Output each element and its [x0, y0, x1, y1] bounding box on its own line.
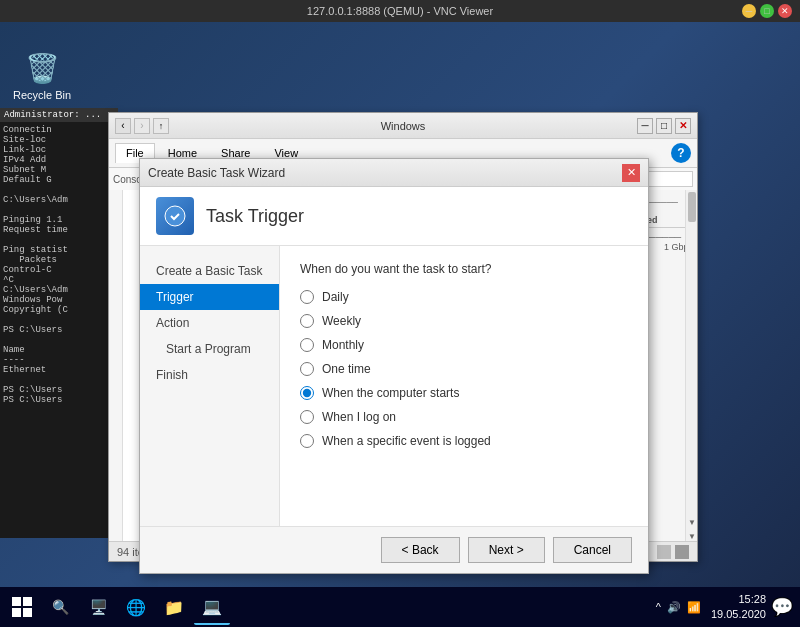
radio-option-startup[interactable]: When the computer starts — [300, 386, 628, 400]
fe-scrollbar-thumb — [688, 192, 696, 222]
radio-option-logon[interactable]: When I log on — [300, 410, 628, 424]
svg-point-0 — [165, 206, 185, 226]
dialog-title: Create Basic Task Wizard — [148, 166, 285, 180]
vnc-titlebar: 127.0.0.1:8888 (QEMU) - VNC Viewer ─ □ ✕ — [0, 0, 800, 22]
tray-volume-icon: 📶 — [687, 601, 701, 614]
tray-network-icon: 🔊 — [667, 601, 681, 614]
terminal-title: Administrator: ... — [4, 110, 101, 120]
vnc-minimize-button[interactable]: ─ — [742, 4, 756, 18]
radio-option-event[interactable]: When a specific event is logged — [300, 434, 628, 448]
dialog-body: Create a Basic Task Trigger Action Start… — [140, 246, 648, 526]
terminal-content: Connectin Site-loc Link-loc IPv4 Add Sub… — [0, 122, 118, 408]
fe-forward-button[interactable]: › — [134, 118, 150, 134]
vnc-window-controls: ─ □ ✕ — [742, 4, 792, 18]
windows-logo — [12, 597, 32, 617]
radio-startup-label: When the computer starts — [322, 386, 459, 400]
taskbar-task-view-button[interactable]: 🖥️ — [80, 589, 116, 625]
fe-maximize-button[interactable]: □ — [656, 118, 672, 134]
radio-monthly-label: Monthly — [322, 338, 364, 352]
dialog-close-button[interactable]: ✕ — [622, 164, 640, 182]
fe-view-details-button[interactable] — [675, 545, 689, 559]
taskbar-explorer-button[interactable]: 📁 — [156, 589, 192, 625]
fe-nav-buttons: ‹ › ↑ — [115, 118, 169, 134]
tray-caret[interactable]: ^ — [656, 601, 661, 613]
taskbar-terminal-button[interactable]: 💻 — [194, 589, 230, 625]
radio-weekly-label: Weekly — [322, 314, 361, 328]
taskbar-browser-button[interactable]: 🌐 — [118, 589, 154, 625]
task-trigger-dialog: Create Basic Task Wizard ✕ Task Trigger — [139, 158, 649, 574]
taskbar: 🔍 🖥️ 🌐 📁 💻 ^ 🔊 📶 15:28 19.05.2020 💬 — [0, 587, 800, 627]
radio-option-monthly[interactable]: Monthly — [300, 338, 628, 352]
dialog-steps: Create a Basic Task Trigger Action Start… — [140, 246, 280, 526]
dialog-cancel-button[interactable]: Cancel — [553, 537, 632, 563]
fe-help-button[interactable]: ? — [671, 143, 691, 163]
recycle-bin-label: Recycle Bin — [13, 89, 71, 101]
radio-onetime[interactable] — [300, 362, 314, 376]
terminal-window: Administrator: ... Connectin Site-loc Li… — [0, 108, 118, 538]
dialog-step-start-program[interactable]: Start a Program — [140, 336, 279, 362]
fe-up-button[interactable]: ↑ — [153, 118, 169, 134]
fe-back-button[interactable]: ‹ — [115, 118, 131, 134]
radio-option-weekly[interactable]: Weekly — [300, 314, 628, 328]
radio-event[interactable] — [300, 434, 314, 448]
dialog-step-create[interactable]: Create a Basic Task — [140, 258, 279, 284]
fe-window-controls: ─ □ ✕ — [637, 118, 691, 134]
dialog-header-icon — [156, 197, 194, 235]
radio-logon-label: When I log on — [322, 410, 396, 424]
dialog-titlebar: Create Basic Task Wizard ✕ — [140, 159, 648, 187]
dialog-footer: < Back Next > Cancel — [140, 526, 648, 573]
vnc-title: 127.0.0.1:8888 (QEMU) - VNC Viewer — [307, 5, 493, 17]
dialog-question: When do you want the task to start? — [300, 262, 628, 276]
dialog-step-finish[interactable]: Finish — [140, 362, 279, 388]
fe-sidebar — [109, 190, 123, 541]
task-icon — [163, 204, 187, 228]
file-explorer-window: ‹ › ↑ Windows ─ □ ✕ File Home Share View — [108, 112, 698, 562]
radio-option-onetime[interactable]: One time — [300, 362, 628, 376]
file-explorer-titlebar: ‹ › ↑ Windows ─ □ ✕ — [109, 113, 697, 139]
clock-time: 15:28 — [711, 592, 766, 607]
terminal-titlebar: Administrator: ... — [0, 108, 118, 122]
fe-close-button[interactable]: ✕ — [675, 118, 691, 134]
start-button[interactable] — [4, 589, 40, 625]
recycle-bin-image: 🗑️ — [25, 52, 60, 85]
dialog-next-button[interactable]: Next > — [468, 537, 545, 563]
radio-logon[interactable] — [300, 410, 314, 424]
fe-scroll-end[interactable]: ▼ — [688, 532, 696, 541]
dialog-content: When do you want the task to start? Dail… — [280, 246, 648, 526]
radio-daily-label: Daily — [322, 290, 349, 304]
system-tray: ^ 🔊 📶 — [648, 601, 709, 614]
clock-date: 19.05.2020 — [711, 607, 766, 622]
radio-daily[interactable] — [300, 290, 314, 304]
dialog-header: Task Trigger — [140, 187, 648, 246]
fe-scroll-down[interactable]: ▼ — [688, 518, 696, 527]
radio-monthly[interactable] — [300, 338, 314, 352]
vnc-maximize-button[interactable]: □ — [760, 4, 774, 18]
recycle-bin-icon[interactable]: 🗑️ Recycle Bin — [12, 52, 72, 101]
taskbar-notification-button[interactable]: 💬 — [768, 589, 796, 625]
radio-event-label: When a specific event is logged — [322, 434, 491, 448]
file-explorer-title: Windows — [173, 120, 633, 132]
fe-view-list-button[interactable] — [657, 545, 671, 559]
radio-option-daily[interactable]: Daily — [300, 290, 628, 304]
fe-minimize-button[interactable]: ─ — [637, 118, 653, 134]
vnc-close-button[interactable]: ✕ — [778, 4, 792, 18]
radio-startup[interactable] — [300, 386, 314, 400]
dialog-header-title: Task Trigger — [206, 206, 304, 227]
dialog-step-trigger[interactable]: Trigger — [140, 284, 279, 310]
radio-onetime-label: One time — [322, 362, 371, 376]
desktop: 127.0.0.1:8888 (QEMU) - VNC Viewer ─ □ ✕… — [0, 0, 800, 627]
dialog-step-action[interactable]: Action — [140, 310, 279, 336]
fe-scrollbar[interactable]: ▼ ▼ — [685, 190, 697, 541]
dialog-back-button[interactable]: < Back — [381, 537, 460, 563]
taskbar-clock[interactable]: 15:28 19.05.2020 — [711, 592, 766, 623]
fe-view-toggle — [657, 545, 689, 559]
radio-weekly[interactable] — [300, 314, 314, 328]
taskbar-search-button[interactable]: 🔍 — [42, 589, 78, 625]
